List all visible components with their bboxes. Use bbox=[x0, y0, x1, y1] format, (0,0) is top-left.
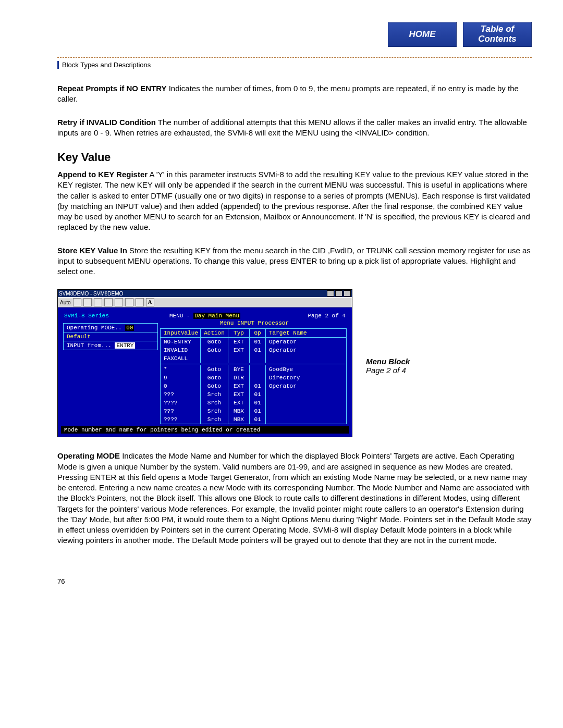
para-operating-mode: Operating MODE Indicates the Mode Name a… bbox=[57, 451, 532, 546]
figure-caption-title: Menu Block bbox=[366, 357, 410, 366]
para-repeat-prompts: Repeat Prompts if NO ENTRY Indicates the… bbox=[57, 83, 532, 105]
terminal-screenshot: SVM8DEMO - SVM8DEMO Auto A SVMi-8 Series… bbox=[57, 289, 352, 437]
table-row: INVALIDGotoEXT01Operator bbox=[161, 346, 346, 354]
tool-icon bbox=[125, 298, 133, 306]
col-action: Action bbox=[201, 329, 228, 337]
table-row: ???SrchEXT01 bbox=[161, 390, 346, 399]
input-grid: InputValue Action Typ Gp Target Name NO-… bbox=[160, 328, 347, 424]
tool-icon bbox=[115, 298, 123, 306]
divider bbox=[57, 57, 532, 58]
page-indicator: Page 2 of 4 bbox=[252, 313, 346, 319]
terminal-header: SVMi-8 Series MENU - Day Main Menu Page … bbox=[61, 311, 349, 321]
heading-key-value: Key Value bbox=[57, 151, 532, 164]
table-row: ???SrchMBX01 bbox=[161, 407, 346, 415]
maximize-icon bbox=[335, 290, 342, 297]
default-row: Default bbox=[64, 332, 157, 341]
section-label: Block Types and Descriptions bbox=[57, 61, 532, 69]
menu-title: MENU - Day Main Menu bbox=[158, 313, 252, 319]
toc-button[interactable]: Table ofContents bbox=[463, 22, 532, 47]
table-row: 0GotoEXT01Operator bbox=[161, 382, 346, 390]
tool-icon bbox=[83, 298, 92, 306]
close-icon bbox=[344, 290, 351, 297]
series-label: SVMi-8 Series bbox=[64, 313, 158, 319]
operating-mode-row: Operating MODE.. 00 bbox=[64, 324, 157, 332]
table-row: ????SrchMBX01 bbox=[161, 415, 346, 424]
figure-caption-sub: Page 2 of 4 bbox=[366, 366, 410, 375]
tool-icon bbox=[136, 298, 144, 306]
table-row: *GotoBYEGoodBye bbox=[161, 365, 346, 374]
window-controls bbox=[327, 290, 351, 297]
tool-icon bbox=[94, 298, 102, 306]
toc-label: Table ofContents bbox=[478, 24, 517, 44]
menu-input-processor-label: Menu INPUT Processor bbox=[160, 320, 349, 326]
col-target: Target Name bbox=[266, 329, 346, 337]
col-gp: Gp bbox=[250, 329, 266, 337]
para-retry-invalid: Retry if INVALID Condition The number of… bbox=[57, 117, 532, 139]
figure-caption: Menu Block Page 2 of 4 bbox=[366, 357, 410, 375]
para-append-key: Append to KEY Register A 'Y' in this par… bbox=[57, 169, 532, 233]
side-panel: Operating MODE.. 00 Default INPUT from..… bbox=[63, 323, 158, 350]
tool-icon: A bbox=[146, 298, 154, 306]
table-row: ????SrchEXT01 bbox=[161, 399, 346, 407]
window-titlebar: SVM8DEMO - SVM8DEMO bbox=[58, 290, 352, 297]
window-title: SVM8DEMO - SVM8DEMO bbox=[59, 291, 123, 297]
page-number: 76 bbox=[57, 577, 532, 585]
input-from-row: INPUT from... ENTRY bbox=[64, 341, 157, 350]
toolbar: Auto A bbox=[58, 297, 352, 307]
toolbar-auto-label: Auto bbox=[60, 300, 71, 305]
col-typ: Typ bbox=[228, 329, 250, 337]
col-inputvalue: InputValue bbox=[161, 329, 201, 337]
tool-icon bbox=[104, 298, 113, 306]
home-label: HOME bbox=[409, 30, 436, 40]
tool-icon bbox=[73, 298, 81, 306]
minimize-icon bbox=[327, 290, 334, 297]
status-line: Mode number and name for pointers being … bbox=[61, 426, 349, 434]
table-row: NO-ENTRYGotoEXT01Operator bbox=[161, 338, 346, 346]
table-row: 9GotoDIRDirectory bbox=[161, 374, 346, 382]
home-button[interactable]: HOME bbox=[388, 22, 457, 47]
para-store-key: Store KEY Value In Store the resulting K… bbox=[57, 245, 532, 277]
table-row: FAXCALL bbox=[161, 354, 346, 363]
